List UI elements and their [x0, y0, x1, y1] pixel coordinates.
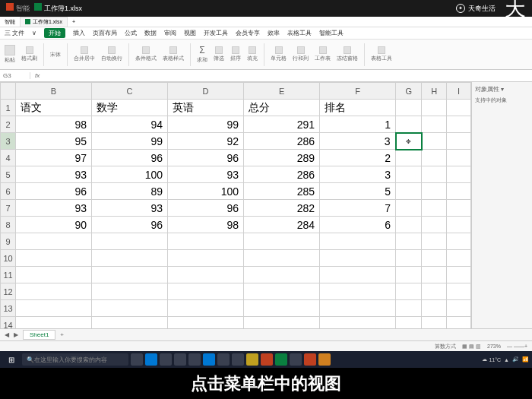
cell[interactable]: 94 — [92, 116, 168, 133]
rowhead[interactable]: 9 — [1, 233, 16, 250]
cell[interactable] — [16, 250, 92, 267]
zoom[interactable]: 273% — [487, 344, 501, 349]
cell[interactable] — [396, 100, 422, 116]
sheet-tab[interactable]: Sheet1 — [23, 330, 55, 340]
cell[interactable] — [422, 317, 447, 329]
ribbon-style[interactable]: 表格样式 — [163, 46, 184, 62]
cell[interactable] — [396, 267, 422, 283]
cell[interactable] — [447, 283, 471, 300]
ribbon-sum[interactable]: Σ求和 — [197, 45, 207, 64]
cell[interactable] — [396, 250, 422, 267]
ribbon-font[interactable]: 宋体 — [50, 51, 61, 59]
ribbon-sheet[interactable]: 工作表 — [315, 46, 331, 62]
menu-more[interactable]: ∨ — [32, 30, 36, 36]
col-b[interactable]: B — [16, 83, 92, 100]
ribbon-cond[interactable]: 条件格式 — [135, 46, 157, 62]
cell[interactable] — [422, 267, 447, 283]
cell[interactable]: 90 — [16, 217, 92, 233]
col-i[interactable]: I — [447, 83, 471, 100]
cell[interactable] — [422, 283, 447, 300]
cell[interactable] — [396, 233, 422, 250]
menu-formula[interactable]: 公式 — [125, 29, 137, 37]
cell[interactable]: 96 — [92, 150, 168, 166]
cell[interactable] — [396, 116, 422, 133]
ribbon-fill[interactable]: 填充 — [247, 46, 258, 62]
cell[interactable] — [396, 166, 422, 183]
cell[interactable] — [92, 267, 168, 283]
rowhead[interactable]: 1 — [1, 100, 16, 116]
cell[interactable] — [320, 267, 396, 283]
cell[interactable] — [447, 300, 471, 317]
cell[interactable] — [16, 300, 92, 317]
cell[interactable] — [92, 250, 168, 267]
cell[interactable] — [244, 233, 320, 250]
cell[interactable] — [396, 183, 422, 200]
cell[interactable] — [447, 116, 471, 133]
cell[interactable] — [396, 217, 422, 233]
cell[interactable]: 英语 — [168, 100, 244, 116]
cell[interactable] — [320, 250, 396, 267]
task-icon[interactable] — [217, 353, 230, 366]
cell[interactable] — [16, 267, 92, 283]
cell[interactable]: 291 — [244, 116, 320, 133]
cell[interactable] — [168, 267, 244, 283]
menu-smart[interactable]: 智能工具 — [319, 29, 344, 37]
cell[interactable]: 3 — [320, 133, 396, 150]
cell[interactable] — [92, 317, 168, 329]
task-icon[interactable] — [160, 353, 172, 366]
cell[interactable] — [396, 283, 422, 300]
cell[interactable] — [244, 267, 320, 283]
cell[interactable]: ✥ — [396, 133, 422, 150]
ribbon-tools[interactable]: 表格工具 — [371, 46, 392, 62]
tab-nav[interactable]: ◀ — [5, 331, 9, 338]
cell[interactable] — [422, 300, 447, 317]
task-icon[interactable] — [246, 353, 258, 366]
task-icon[interactable] — [131, 353, 143, 366]
cell[interactable] — [447, 100, 471, 116]
cell[interactable]: 95 — [16, 133, 92, 150]
cell[interactable]: 93 — [168, 166, 244, 183]
cell[interactable] — [447, 233, 471, 250]
cell[interactable]: 284 — [244, 217, 320, 233]
cell[interactable] — [447, 133, 471, 150]
cell[interactable]: 语文 — [16, 100, 92, 116]
menu-file[interactable]: 三 文件 — [5, 29, 24, 37]
cell[interactable] — [447, 200, 471, 217]
task-icon[interactable] — [188, 353, 201, 366]
task-icon[interactable] — [145, 353, 157, 366]
ribbon-merge[interactable]: 合并居中 — [74, 46, 95, 62]
menu-data[interactable]: 数据 — [144, 29, 157, 37]
menu-layout[interactable]: 页面布局 — [93, 29, 117, 37]
cell[interactable] — [447, 267, 471, 283]
cell[interactable]: 92 — [168, 133, 244, 150]
cell[interactable] — [422, 133, 447, 150]
col-h[interactable]: H — [422, 83, 447, 100]
task-icon[interactable] — [290, 353, 302, 366]
search-box[interactable]: 🔍 在这里输入你要搜索的内容 — [22, 353, 128, 366]
task-icon[interactable] — [261, 353, 273, 366]
cell[interactable]: 93 — [16, 200, 92, 217]
weather[interactable]: ☁ 11°C — [482, 356, 501, 363]
cell[interactable] — [320, 283, 396, 300]
cell[interactable]: 99 — [92, 133, 168, 150]
cell[interactable] — [16, 233, 92, 250]
task-icon[interactable] — [304, 353, 316, 366]
cell[interactable]: 5 — [320, 183, 396, 200]
col-g[interactable]: G — [396, 83, 422, 100]
tray-icon[interactable]: 🔊 — [512, 356, 519, 363]
cell[interactable]: 2 — [320, 150, 396, 166]
cell[interactable] — [16, 283, 92, 300]
rowhead[interactable]: 7 — [1, 200, 16, 217]
cell[interactable] — [320, 300, 396, 317]
cell[interactable]: 96 — [168, 150, 244, 166]
ribbon-format[interactable]: 格式刷 — [21, 46, 37, 62]
menu-member[interactable]: 会员专享 — [236, 29, 260, 37]
ribbon-paste[interactable]: 粘贴 — [5, 45, 15, 64]
col-f[interactable]: F — [320, 83, 396, 100]
menu-view[interactable]: 视图 — [184, 29, 196, 37]
rowhead[interactable]: 14 — [1, 317, 16, 329]
cell[interactable] — [244, 283, 320, 300]
cell[interactable]: 98 — [16, 116, 92, 133]
ribbon-wrap[interactable]: 自动换行 — [101, 46, 122, 62]
menu-table[interactable]: 表格工具 — [287, 29, 312, 37]
